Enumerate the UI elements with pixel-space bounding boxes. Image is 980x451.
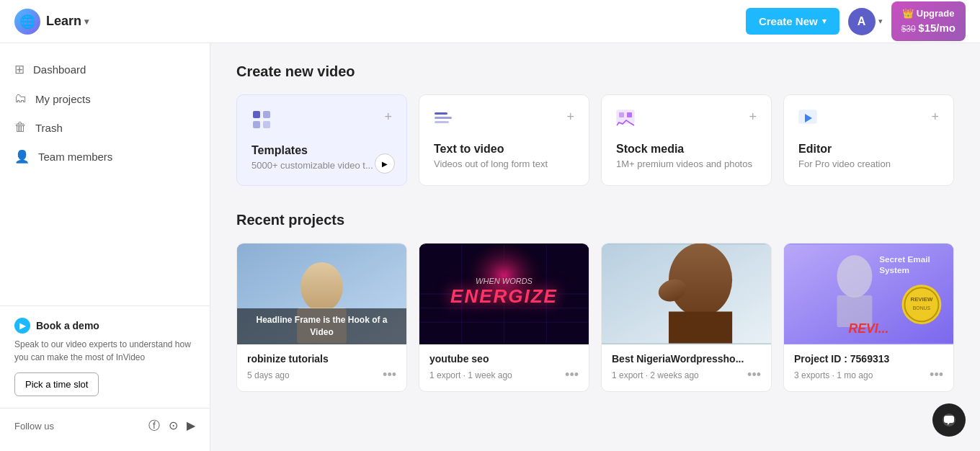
svg-text:System: System [879, 265, 909, 274]
pick-slot-button[interactable]: Pick a time slot [14, 372, 99, 396]
avatar-chevron-icon: ▾ [878, 17, 883, 26]
book-demo-icon: ▶ [14, 318, 30, 334]
sidebar: ⊞ Dashboard 🗂 My projects 🗑 Trash 👤 Team… [0, 43, 210, 451]
project-more-robinize[interactable]: ••• [383, 367, 396, 383]
topbar-left: 🌐 Learn ▾ [14, 9, 89, 35]
project-meta-nigeria: 1 export · 2 weeks ago [612, 370, 699, 380]
main-content: Create new video + Templates [210, 43, 980, 451]
sidebar-item-team-members[interactable]: 👤 Team members [0, 142, 210, 171]
layout: ⊞ Dashboard 🗂 My projects 🗑 Trash 👤 Team… [0, 43, 980, 451]
avatar-button[interactable]: A [848, 8, 876, 35]
create-card-stock-media[interactable]: + Stock media 1M+ premium videos and pho… [601, 94, 772, 186]
sidebar-item-label: Team members [38, 151, 112, 163]
instagram-icon[interactable]: ⊙ [169, 419, 178, 434]
create-section-title: Create new video [236, 63, 954, 80]
stock-media-icon [616, 110, 635, 133]
svg-text:Secret Email: Secret Email [879, 254, 930, 264]
project-card-7569313[interactable]: ✕ Secret Email [783, 243, 954, 392]
recent-cards: ✕ [236, 243, 954, 392]
project-more-nigeria[interactable]: ••• [747, 367, 761, 383]
project-meta-7569313: 3 exports · 1 mo ago [794, 370, 873, 380]
svg-rect-5 [435, 117, 452, 119]
svg-text:REVIEW: REVIEW [910, 296, 932, 303]
project-info-youtube-seo: youtube seo 1 export · 1 week ago ••• [419, 344, 589, 391]
upgrade-crown-icon: 👑 [902, 8, 917, 19]
upgrade-button[interactable]: 👑 Upgrade $30 $15/mo [891, 1, 966, 41]
create-new-button[interactable]: Create New ▾ [746, 8, 839, 35]
svg-rect-1 [263, 111, 270, 118]
upgrade-original-price: $30 [901, 24, 916, 34]
sidebar-item-label: Dashboard [33, 63, 86, 76]
team-icon: 👤 [14, 149, 30, 164]
sidebar-nav: ⊞ Dashboard 🗂 My projects 🗑 Trash 👤 Team… [0, 55, 210, 305]
book-demo-header: ▶ Book a demo [14, 318, 195, 334]
chat-fab-button[interactable] [932, 403, 966, 437]
stock-card-subtitle: 1M+ premium videos and photos [616, 158, 757, 169]
logo-icon: 🌐 [14, 9, 40, 35]
editor-card-title: Editor [798, 143, 939, 156]
energize-main: ENERGIZE [450, 285, 558, 308]
project-card-robinize[interactable]: ✕ [236, 243, 407, 392]
sidebar-item-dashboard[interactable]: ⊞ Dashboard [0, 55, 210, 84]
avatar-dropdown[interactable]: A ▾ [848, 8, 883, 35]
project-thumb-robinize: ✕ [237, 244, 406, 344]
facebook-icon[interactable]: ⓕ [148, 419, 160, 434]
text-to-video-icon [434, 110, 453, 133]
youtube-icon[interactable]: ▶ [187, 419, 195, 434]
create-card-editor[interactable]: + Editor For Pro video creation [783, 94, 954, 186]
template-play-button[interactable]: ▶ [375, 153, 395, 174]
create-card-text-to-video[interactable]: + Text to video Videos out of long form … [419, 94, 589, 186]
project-info-nigeria: Best NigeriaWordpressho... 1 export · 2 … [602, 344, 771, 391]
project-thumb-7569313: ✕ Secret Email [784, 244, 953, 344]
learn-button[interactable]: Learn ▾ [46, 14, 89, 29]
topbar-right: Create New ▾ A ▾ 👑 Upgrade $30 $15/mo [746, 1, 966, 41]
sidebar-item-label: Trash [35, 122, 63, 134]
recent-section-title: Recent projects [236, 212, 954, 228]
svg-rect-9 [627, 112, 632, 117]
project-thumb-youtube-seo: ✕ [419, 244, 589, 344]
create-new-label: Create New [759, 15, 818, 27]
project-card-youtube-seo[interactable]: ✕ [419, 243, 589, 392]
sidebar-item-my-projects[interactable]: 🗂 My projects [0, 84, 210, 113]
project-title-robinize: robinize tutorials [247, 353, 396, 365]
textvideo-plus-icon: + [566, 110, 574, 125]
dashboard-icon: ⊞ [14, 62, 24, 77]
upgrade-discounted-price: $15/mo [918, 22, 956, 34]
svg-rect-2 [253, 121, 260, 128]
project-info-7569313: Project ID : 7569313 3 exports · 1 mo ag… [784, 344, 953, 391]
social-icons: ⓕ ⊙ ▶ [148, 419, 195, 434]
avatar-label: A [858, 15, 866, 28]
template-card-title: Templates [251, 144, 392, 157]
topbar: 🌐 Learn ▾ Create New ▾ A ▾ 👑 Upgrade $30… [0, 0, 980, 43]
svg-rect-8 [619, 112, 624, 117]
project-card-nigeria[interactable]: ✕ [601, 243, 772, 392]
textvideo-card-title: Text to video [434, 143, 574, 156]
editor-plus-icon: + [931, 110, 939, 125]
project-meta-robinize: 5 days ago [247, 370, 290, 380]
trash-icon: 🗑 [14, 120, 27, 135]
follow-us-section: Follow us ⓕ ⊙ ▶ [0, 408, 210, 439]
folder-icon: 🗂 [14, 91, 27, 106]
svg-rect-25 [669, 311, 732, 343]
project-more-youtube-seo[interactable]: ••• [565, 367, 579, 383]
project-thumb-nigeria: ✕ [602, 244, 771, 344]
editor-icon [798, 110, 817, 133]
svg-rect-3 [263, 121, 270, 128]
textvideo-card-subtitle: Videos out of long form text [434, 158, 574, 169]
upgrade-prefix: Upgrade [917, 8, 955, 19]
svg-point-28 [837, 255, 872, 298]
stock-plus-icon: + [749, 110, 757, 125]
editor-card-subtitle: For Pro video creation [798, 158, 939, 169]
learn-chevron-icon: ▾ [84, 17, 89, 27]
project-more-7569313[interactable]: ••• [930, 367, 943, 383]
sidebar-item-trash[interactable]: 🗑 Trash [0, 113, 210, 142]
project-title-nigeria: Best NigeriaWordpressho... [612, 353, 761, 365]
project-title-youtube-seo: youtube seo [429, 353, 579, 365]
svg-rect-0 [253, 111, 260, 118]
svg-rect-4 [435, 112, 447, 115]
book-demo-card: ▶ Book a demo Speak to our video experts… [14, 318, 195, 396]
book-demo-title: Book a demo [36, 320, 99, 331]
follow-us-label: Follow us [14, 421, 54, 432]
sidebar-item-label: My projects [35, 93, 91, 105]
create-card-templates[interactable]: + Templates 5000+ customizable video t..… [236, 94, 407, 186]
